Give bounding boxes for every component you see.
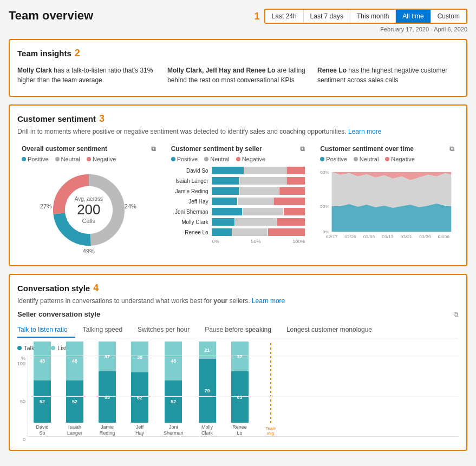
molly-talk-seg: 79 bbox=[199, 359, 216, 423]
time-copy-icon[interactable]: ⧉ bbox=[449, 145, 454, 153]
tab-pause[interactable]: Pause before speaking bbox=[197, 323, 279, 338]
time-btn-month[interactable]: This month bbox=[350, 10, 396, 23]
conv-tab-bar: Talk to listen ratio Talking speed Switc… bbox=[17, 323, 459, 338]
svg-text:03/29: 03/29 bbox=[419, 234, 431, 239]
seller-legend-neu: Neutral bbox=[204, 156, 229, 162]
tab-switches[interactable]: Switches per hour bbox=[130, 323, 197, 338]
tab-talk-listen[interactable]: Talk to listen ratio bbox=[17, 323, 75, 338]
overall-copy-icon[interactable]: ⧉ bbox=[151, 145, 156, 153]
legend-neutral: Neutral bbox=[55, 156, 80, 162]
bars-container: 48 52 DavidSo 48 52 bbox=[28, 356, 459, 437]
talk-chart-wrapper: % 100 50 0 48 bbox=[17, 356, 459, 442]
donut-center: Avg. across 200 Calls bbox=[75, 196, 103, 224]
jeff-talk-seg: 62 bbox=[131, 372, 148, 423]
overall-sentiment-card: Overall customer sentiment ⧉ Positive Ne… bbox=[17, 141, 160, 258]
step-1-badge: 1 bbox=[255, 11, 260, 22]
pct-27: 27% bbox=[40, 203, 52, 209]
joni-talk-seg: 52 bbox=[165, 380, 182, 423]
header-right: 1 Last 24h Last 7 days This month All ti… bbox=[251, 9, 467, 32]
sentiment-learn-more[interactable]: Learn more bbox=[348, 128, 381, 135]
sentiment-subtitle: Drill in to moments where positive or ne… bbox=[17, 128, 459, 135]
svg-text:02/26: 02/26 bbox=[345, 234, 357, 239]
overall-legend: Positive Neutral Negative bbox=[22, 156, 156, 162]
bar-david-neg bbox=[286, 167, 305, 174]
conv-copy-icon[interactable]: ⧉ bbox=[454, 311, 459, 318]
pct-49: 49% bbox=[83, 248, 95, 254]
customer-sentiment-section: Customer sentiment 3 Drill in to moments… bbox=[9, 104, 467, 266]
isaiah-label: IsaiahLanger bbox=[67, 424, 82, 436]
step-2-badge: 2 bbox=[75, 48, 80, 59]
svg-text:03/13: 03/13 bbox=[382, 234, 394, 239]
seller-pos-dot bbox=[171, 157, 175, 161]
team-insights-section: Team insights 2 Molly Clark has a talk-t… bbox=[9, 39, 467, 97]
seller-row-jamie: Jamie Reding bbox=[171, 187, 305, 195]
page-title: Team overview bbox=[9, 9, 93, 23]
isaiah-listen-seg: 48 bbox=[66, 342, 83, 380]
conv-style-subtitle: Identify patterns in conversations to un… bbox=[17, 297, 459, 305]
team-avg-line: Teamavg. bbox=[266, 343, 277, 436]
pct-24: 24% bbox=[125, 203, 136, 209]
tab-talking-speed[interactable]: Talking speed bbox=[75, 323, 130, 338]
insight-1-bold: Molly Clark bbox=[17, 67, 52, 74]
svg-text:100%: 100% bbox=[320, 169, 330, 175]
time-legend-pos: Positive bbox=[320, 156, 347, 162]
time-btn-24h[interactable]: Last 24h bbox=[265, 10, 304, 23]
insight-3-bold: Renee Lo bbox=[317, 67, 347, 74]
sentiment-title: Customer sentiment 3 bbox=[17, 113, 459, 124]
jamie-label: JamieReding bbox=[100, 424, 115, 436]
molly-listen-seg: 21 bbox=[199, 342, 216, 359]
jamie-talk-seg: 63 bbox=[99, 371, 116, 423]
time-btn-custom[interactable]: Custom bbox=[431, 10, 466, 23]
bar-david-pos bbox=[212, 167, 244, 174]
time-legend: Positive Neutral Negative bbox=[320, 156, 454, 162]
time-btn-7d[interactable]: Last 7 days bbox=[304, 10, 350, 23]
renee-label: ReneeLo bbox=[232, 424, 247, 436]
y-labels: 100 50 0 bbox=[17, 361, 25, 442]
svg-text:02/17: 02/17 bbox=[326, 234, 338, 239]
joni-listen-seg: 48 bbox=[165, 342, 182, 380]
team-avg-label: Teamavg. bbox=[266, 426, 277, 436]
seller-row-isaiah: Isaiah Langer bbox=[171, 177, 305, 185]
david-talk-seg: 52 bbox=[34, 380, 51, 423]
svg-marker-13 bbox=[332, 204, 452, 232]
time-legend-neg: Negative bbox=[385, 156, 414, 162]
conv-learn-more[interactable]: Learn more bbox=[252, 297, 285, 305]
seller-neg-dot bbox=[236, 157, 240, 161]
isaiah-talk-seg: 52 bbox=[66, 380, 83, 423]
sentiment-charts: Overall customer sentiment ⧉ Positive Ne… bbox=[17, 141, 459, 258]
legend-negative: Negative bbox=[87, 156, 116, 162]
donut-number: 200 bbox=[75, 202, 103, 218]
seller-legend-pos: Positive bbox=[171, 156, 198, 162]
renee-talk-seg: 63 bbox=[231, 371, 249, 423]
tab-monologue[interactable]: Longest customer monologue bbox=[279, 323, 380, 338]
conversation-style-section: Conversation style 4 Identify patterns i… bbox=[9, 274, 467, 451]
svg-text:50%: 50% bbox=[320, 204, 330, 209]
joni-label: JoniSherman bbox=[164, 424, 184, 436]
seller-neu-dot bbox=[204, 157, 208, 161]
seller-bars: David So Isaiah Langer bbox=[171, 167, 305, 244]
insight-2-bold: Molly Clark, Jeff Hay and Renee Lo bbox=[167, 67, 275, 74]
time-btn-all[interactable]: All time bbox=[396, 10, 431, 23]
talking-dot bbox=[17, 346, 22, 350]
seller-row-joni: Joni Sherman bbox=[171, 208, 305, 215]
seller-row-david: David So bbox=[171, 167, 305, 174]
donut-sublabel: Calls bbox=[75, 218, 103, 224]
svg-text:03/05: 03/05 bbox=[363, 234, 375, 239]
david-listen-seg: 48 bbox=[34, 342, 51, 380]
jeff-listen-seg: 38 bbox=[131, 342, 148, 372]
step-3-badge: 3 bbox=[99, 113, 105, 124]
svg-text:04/06: 04/06 bbox=[438, 234, 450, 239]
insight-3: Renee Lo has the highest negative custom… bbox=[317, 65, 459, 85]
time-legend-neu: Neutral bbox=[354, 156, 379, 162]
time-filter: Last 24h Last 7 days This month All time… bbox=[264, 9, 467, 24]
date-range: February 17, 2020 - April 6, 2020 bbox=[380, 26, 467, 32]
jeff-label: JeffHay bbox=[135, 424, 144, 436]
seller-conv-title: Seller conversation style bbox=[17, 310, 100, 318]
bar-david-neu bbox=[244, 167, 286, 174]
seller-row-jeff: Jeff Hay bbox=[171, 198, 305, 205]
overall-sentiment-title: Overall customer sentiment ⧉ bbox=[22, 145, 156, 153]
seller-copy-icon[interactable]: ⧉ bbox=[300, 145, 305, 153]
positive-dot bbox=[22, 157, 26, 161]
listening-dot bbox=[51, 346, 55, 350]
molly-label: MollyClark bbox=[201, 424, 213, 436]
